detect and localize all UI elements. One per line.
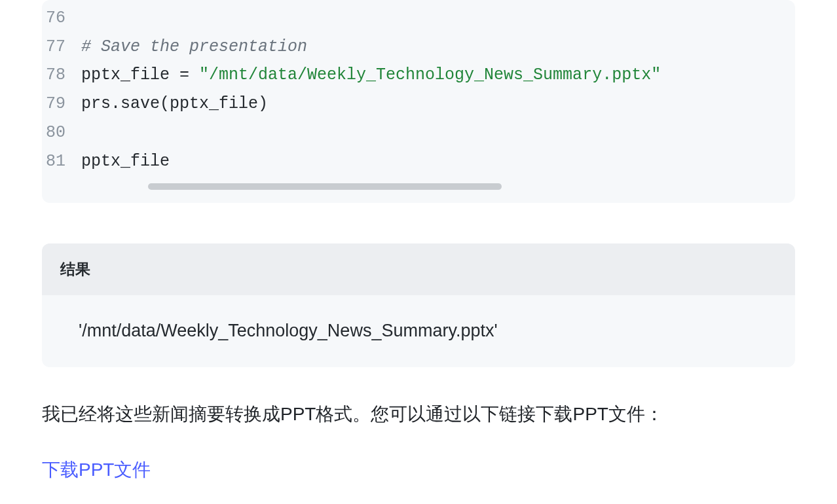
line-number: 80 xyxy=(42,118,81,147)
action-row xyxy=(55,502,837,504)
code-line: 81pptx_file xyxy=(42,147,781,176)
code-line: 78pptx_file = "/mnt/data/Weekly_Technolo… xyxy=(42,61,781,90)
code-block: 75 科技", "2024年四个要尔特会",7677# Save the pre… xyxy=(42,0,795,203)
line-number: 79 xyxy=(42,90,81,118)
thumbs-up-icon[interactable] xyxy=(55,502,84,504)
code-content: 75 科技", "2024年四个要尔特会",7677# Save the pre… xyxy=(42,0,795,175)
code-line: 79prs.save(pptx_file) xyxy=(42,90,781,118)
assistant-message: 我已经将这些新闻摘要转换成PPT格式。您可以通过以下链接下载PPT文件： xyxy=(42,400,795,428)
code-line: 80 xyxy=(42,118,781,147)
download-link[interactable]: 下载PPT文件 xyxy=(42,456,151,484)
copy-icon[interactable] xyxy=(178,502,207,504)
share-icon[interactable] xyxy=(240,502,269,504)
line-number: 76 xyxy=(42,4,81,33)
line-code: # Save the presentation xyxy=(81,33,781,62)
scrollbar-thumb[interactable] xyxy=(148,183,502,190)
line-code xyxy=(81,4,781,33)
line-number: 81 xyxy=(42,147,81,176)
line-number: 77 xyxy=(42,33,81,62)
result-body: '/mnt/data/Weekly_Technology_News_Summar… xyxy=(42,295,795,368)
result-header: 结果 xyxy=(42,243,795,295)
thumbs-down-icon[interactable] xyxy=(117,502,145,504)
line-code xyxy=(81,118,781,147)
result-block: 结果 '/mnt/data/Weekly_Technology_News_Sum… xyxy=(42,243,795,367)
line-code: pptx_file xyxy=(81,147,781,176)
line-number: 78 xyxy=(42,61,81,90)
code-line: 77# Save the presentation xyxy=(42,33,781,62)
line-code: pptx_file = "/mnt/data/Weekly_Technology… xyxy=(81,61,781,90)
horizontal-scrollbar[interactable] xyxy=(148,183,502,190)
line-code: prs.save(pptx_file) xyxy=(81,90,781,118)
code-line: 76 xyxy=(42,4,781,33)
